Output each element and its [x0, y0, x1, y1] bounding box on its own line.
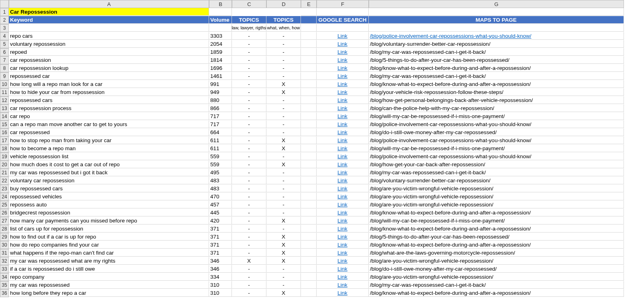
volume-cell[interactable]: 457: [209, 201, 232, 208]
google-search-cell[interactable]: Link: [317, 161, 369, 168]
blog-topic-cell[interactable]: -: [266, 129, 301, 136]
blog-topic-cell[interactable]: -: [266, 64, 301, 72]
cell[interactable]: [301, 145, 317, 152]
header-d[interactable]: TOPICS: [266, 16, 301, 24]
maps-to-page-cell[interactable]: /blog/do-i-still-owe-money-after-my-car-…: [369, 129, 624, 136]
row-header-25[interactable]: 25: [0, 201, 9, 209]
volume-cell[interactable]: 470: [209, 193, 232, 200]
google-search-link[interactable]: Link: [337, 161, 347, 167]
google-search-link[interactable]: Link: [337, 250, 347, 256]
keyword-cell[interactable]: car repossession: [9, 56, 209, 64]
maps-to-page-cell[interactable]: /blog/can-the-police-help-with-my-car-re…: [369, 104, 624, 112]
legal-topic-cell[interactable]: -: [232, 289, 266, 297]
maps-to-page-cell[interactable]: /blog/know-what-to-expect-before-during-…: [369, 289, 624, 297]
keyword-cell[interactable]: how many car payments can you missed bef…: [9, 217, 209, 224]
maps-to-page-cell[interactable]: /blog/will-my-car-be-repossessed-if-i-mi…: [369, 145, 624, 152]
volume-cell[interactable]: 371: [209, 241, 232, 249]
maps-to-page-cell[interactable]: /blog/will-my-car-be-repossessed-if-i-mi…: [369, 217, 624, 224]
subheader-f[interactable]: [317, 24, 369, 32]
row-header-26[interactable]: 26: [0, 209, 9, 217]
subheader-d[interactable]: what, when, how: [266, 24, 301, 32]
google-search-link[interactable]: Link: [337, 97, 347, 103]
keyword-cell[interactable]: bridgecrest repossession: [9, 209, 209, 216]
maps-to-page-link[interactable]: /blog/police-involvement-car-repossessio…: [370, 33, 531, 39]
blog-topic-cell[interactable]: X: [266, 137, 301, 144]
volume-cell[interactable]: 949: [209, 88, 232, 96]
google-search-link[interactable]: Link: [337, 274, 347, 280]
maps-to-page-cell[interactable]: /blog/police-involvement-car-repossessio…: [369, 120, 624, 128]
volume-cell[interactable]: 2054: [209, 40, 232, 48]
google-search-cell[interactable]: Link: [317, 193, 369, 200]
row-header-11[interactable]: 11: [0, 88, 9, 96]
google-search-cell[interactable]: Link: [317, 64, 369, 72]
blog-topic-cell[interactable]: -: [266, 40, 301, 48]
volume-cell[interactable]: 310: [209, 289, 232, 297]
row-header-14[interactable]: 14: [0, 112, 9, 120]
cell[interactable]: [301, 104, 317, 112]
row-header-35[interactable]: 35: [0, 281, 9, 289]
row-header-13[interactable]: 13: [0, 104, 9, 112]
row-header-9[interactable]: 9: [0, 72, 9, 80]
row-header-31[interactable]: 31: [0, 249, 9, 257]
google-search-link[interactable]: Link: [337, 290, 347, 296]
subheader-a[interactable]: [9, 24, 209, 32]
blog-topic-cell[interactable]: -: [266, 281, 301, 289]
col-header-G[interactable]: G: [369, 0, 624, 8]
maps-to-page-cell[interactable]: /blog/my-car-was-repossessed-can-i-get-i…: [369, 72, 624, 80]
google-search-cell[interactable]: Link: [317, 281, 369, 289]
keyword-cell[interactable]: repossessed car: [9, 72, 209, 80]
keyword-cell[interactable]: how do repo companies find your car: [9, 241, 209, 249]
row-header-7[interactable]: 7: [0, 56, 9, 64]
maps-to-page-cell[interactable]: /blog/5-things-to-do-after-your-car-has-…: [369, 56, 624, 64]
google-search-cell[interactable]: Link: [317, 104, 369, 112]
cell[interactable]: [301, 96, 317, 104]
legal-topic-cell[interactable]: -: [232, 249, 266, 257]
google-search-cell[interactable]: Link: [317, 209, 369, 216]
google-search-cell[interactable]: Link: [317, 273, 369, 281]
maps-to-page-cell[interactable]: /blog/what-are-the-laws-governing-motorc…: [369, 249, 624, 257]
volume-cell[interactable]: 1814: [209, 56, 232, 64]
volume-cell[interactable]: 420: [209, 217, 232, 224]
spreadsheet-grid[interactable]: ABCDEFG1Car RepossessionLEGALBLOG2Keywor…: [0, 0, 624, 297]
google-search-link[interactable]: Link: [337, 169, 347, 175]
row-header-34[interactable]: 34: [0, 273, 9, 281]
maps-to-page-cell[interactable]: /blog/how-get-your-car-back-after-reposs…: [369, 161, 624, 168]
legal-topic-cell[interactable]: -: [232, 225, 266, 233]
subheader-c[interactable]: law, lawyer, rigths: [232, 24, 266, 32]
keyword-cell[interactable]: how to become a repo man: [9, 145, 209, 152]
maps-to-page-cell[interactable]: /blog/5-things-to-do-after-your-car-has-…: [369, 233, 624, 241]
keyword-cell[interactable]: voluntary repossession: [9, 40, 209, 48]
volume-cell[interactable]: 3303: [209, 32, 232, 40]
cell[interactable]: [301, 249, 317, 257]
legal-topic-cell[interactable]: -: [232, 153, 266, 160]
volume-cell[interactable]: 559: [209, 153, 232, 160]
google-search-link[interactable]: Link: [337, 113, 347, 119]
volume-cell[interactable]: 310: [209, 281, 232, 289]
legal-topic-cell[interactable]: -: [232, 80, 266, 88]
blog-topic-cell[interactable]: -: [266, 225, 301, 233]
maps-to-page-cell[interactable]: /blog/will-my-car-be-repossessed-if-i-mi…: [369, 112, 624, 120]
maps-to-page-cell[interactable]: /blog/voluntary-surrender-better-car-rep…: [369, 177, 624, 184]
cell[interactable]: [369, 8, 624, 16]
cell[interactable]: [209, 8, 232, 16]
volume-cell[interactable]: 483: [209, 177, 232, 184]
row-header-12[interactable]: 12: [0, 96, 9, 104]
keyword-cell[interactable]: car repossession process: [9, 104, 209, 112]
header-e[interactable]: [301, 16, 317, 24]
legal-topic-cell[interactable]: -: [232, 112, 266, 120]
legal-topic-cell[interactable]: -: [232, 40, 266, 48]
volume-cell[interactable]: 880: [209, 96, 232, 104]
google-search-link[interactable]: Link: [337, 234, 347, 240]
maps-to-page-cell[interactable]: /blog/my-car-was-repossessed-can-i-get-i…: [369, 169, 624, 176]
cell[interactable]: [301, 185, 317, 192]
google-search-link[interactable]: Link: [337, 145, 347, 151]
cell[interactable]: [301, 40, 317, 48]
google-search-link[interactable]: Link: [337, 73, 347, 79]
subheader-e[interactable]: [301, 24, 317, 32]
google-search-cell[interactable]: Link: [317, 137, 369, 144]
blog-topic-cell[interactable]: -: [266, 193, 301, 200]
volume-cell[interactable]: 371: [209, 233, 232, 241]
maps-to-page-cell[interactable]: /blog/do-i-still-owe-money-after-my-car-…: [369, 265, 624, 273]
google-search-link[interactable]: Link: [337, 89, 347, 95]
row-header-6[interactable]: 6: [0, 48, 9, 56]
